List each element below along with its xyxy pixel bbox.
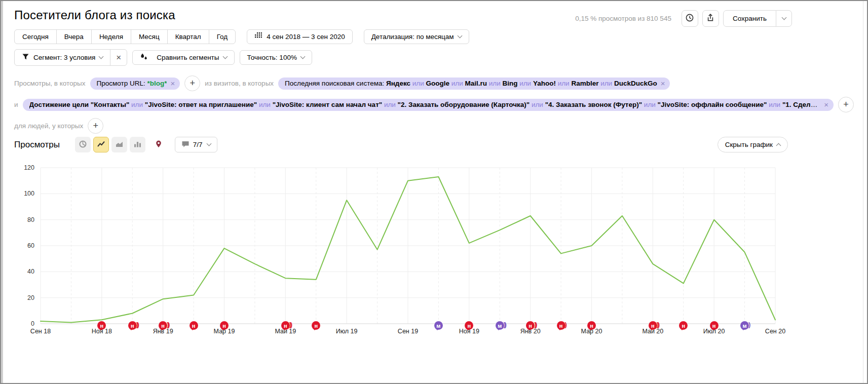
hide-chart-button[interactable]: Скрыть график [718, 137, 788, 152]
segment-bar: Сегмент: 3 условия × Сравнить сегменты Т… [14, 49, 312, 66]
hide-chart-label: Скрыть график [725, 141, 773, 148]
drops-icon [140, 53, 153, 62]
period-tab[interactable]: Квартал [167, 29, 209, 44]
segment-clear-button[interactable]: × [110, 49, 127, 66]
views-line-chart: 020406080100120 Сен 18Ноя 18Янв 19Мар 19… [1, 162, 868, 352]
save-dropdown-button[interactable] [776, 10, 792, 27]
add-condition-button[interactable]: + [838, 97, 854, 112]
holiday-marker[interactable]: н [710, 321, 719, 330]
chevron-down-icon [457, 33, 462, 39]
holiday-marker[interactable]: н [587, 321, 596, 330]
chart-header: Просмотры [14, 137, 217, 152]
period-tabs: СегодняВчераНеделяМесяцКварталГод [14, 29, 236, 44]
y-tick-label: 0 [10, 320, 34, 327]
comments-dropdown[interactable]: 7/7 [175, 137, 217, 152]
chevron-down-icon [222, 54, 228, 59]
marker-stack-arcs: )) [504, 321, 506, 328]
pie-chart-icon [79, 140, 87, 150]
marker-stack-arcs: )) [167, 321, 169, 328]
comment-marker[interactable]: м [434, 321, 443, 330]
metrica-report-page: Посетители блога из поиска 0,15 % просмо… [0, 0, 868, 384]
period-tab[interactable]: Неделя [91, 29, 131, 44]
filter-chip-goals[interactable]: Достижение цели "Контакты" или "JivoSite… [23, 99, 834, 111]
marker-stack-arcs: ) [565, 321, 566, 328]
marker-stack-arcs: )) [136, 321, 138, 328]
segment-control: Сегмент: 3 условия × [14, 49, 127, 66]
chip-close-icon[interactable]: × [824, 101, 828, 108]
y-tick-label: 60 [10, 242, 34, 249]
detalization-dropdown[interactable]: Детализация: по месяцам [364, 29, 469, 44]
history-button[interactable] [682, 10, 698, 27]
export-button[interactable] [702, 10, 719, 27]
chevron-down-icon [300, 54, 305, 59]
x-tick-label: Сен 19 [392, 328, 424, 335]
compare-segments-label: Сравнить сегменты [157, 54, 219, 61]
comment-marker[interactable]: м)) [496, 321, 504, 330]
chip-close-icon[interactable]: × [170, 80, 175, 87]
chart-plot-area[interactable] [1, 162, 868, 334]
holiday-marker[interactable]: н)) [281, 321, 290, 330]
holiday-marker[interactable]: н)) [128, 321, 137, 330]
date-range-label: 4 сен 2018 — 3 сен 2020 [267, 33, 345, 41]
comment-bubble-icon [181, 140, 190, 149]
calendar-grid-icon [254, 32, 267, 41]
add-condition-button[interactable]: + [88, 118, 103, 134]
period-tab[interactable]: Месяц [131, 29, 168, 44]
area-chart-icon [115, 140, 124, 150]
period-tab[interactable]: Вчера [56, 29, 92, 44]
chart-type-columns-button[interactable] [130, 137, 145, 152]
period-tab[interactable]: Год [209, 29, 236, 44]
y-tick-label: 120 [10, 164, 34, 171]
marker-stack-arcs: )) [657, 321, 659, 328]
page-title: Посетители блога из поиска [14, 8, 175, 22]
chevron-down-icon [99, 54, 104, 59]
period-toolbar: СегодняВчераНеделяМесяцКварталГод 4 сен … [14, 29, 469, 44]
holiday-marker[interactable]: н)) [649, 321, 657, 330]
funnel-icon [22, 53, 29, 62]
segment-dropdown[interactable]: Сегмент: 3 условия [14, 49, 110, 66]
filter-row-label: и [14, 101, 18, 108]
save-button[interactable]: Сохранить [723, 10, 776, 27]
chip-close-icon[interactable]: × [661, 80, 665, 87]
chart-type-pie-button[interactable] [75, 137, 91, 152]
date-range-button[interactable]: 4 сен 2018 — 3 сен 2020 [247, 29, 353, 44]
map-pin-icon [155, 140, 163, 150]
y-tick-label: 20 [10, 294, 34, 301]
chevron-up-icon [776, 143, 781, 148]
comment-marker[interactable]: м) [740, 321, 749, 330]
marker-stack-arcs: )) [534, 321, 536, 328]
holiday-marker[interactable]: н [220, 321, 229, 330]
line-chart-icon [97, 140, 105, 150]
marker-stack-arcs: )) [289, 321, 291, 328]
y-tick-label: 80 [10, 216, 34, 223]
accuracy-dropdown[interactable]: Точность: 100% [240, 50, 312, 65]
segment-label: Сегмент: 3 условия [33, 54, 95, 61]
filter-row-label: для людей, у которых [14, 122, 83, 130]
chart-type-line-button[interactable] [93, 137, 109, 152]
add-condition-button[interactable]: + [184, 75, 200, 91]
filter-chip-url[interactable]: Просмотр URL: *blog*× [90, 78, 180, 90]
save-split-button: Сохранить [723, 10, 792, 27]
x-tick-label: Сен 18 [24, 328, 57, 335]
clock-icon [685, 13, 694, 24]
chart-type-map-button[interactable] [151, 137, 167, 152]
holiday-marker[interactable]: н [190, 321, 198, 330]
y-tick-label: 100 [10, 190, 34, 197]
accuracy-label: Точность: 100% [247, 54, 297, 61]
x-tick-label: Сен 20 [759, 328, 791, 335]
bar-chart-icon [133, 140, 142, 150]
filter-chip-search-engine[interactable]: Последняя поисковая система: Яндекс или … [278, 78, 670, 90]
period-tab[interactable]: Сегодня [14, 29, 57, 44]
sample-stats: 0,15 % просмотров из 810 545 [575, 15, 671, 22]
filter-row-goals: и Достижение цели "Контакты" или "JivoSi… [14, 97, 854, 112]
x-tick-label: Июл 19 [330, 328, 363, 335]
compare-segments-dropdown[interactable]: Сравнить сегменты [132, 50, 234, 65]
chevron-down-icon [206, 141, 211, 146]
comments-count-label: 7/7 [193, 141, 203, 148]
filter-row-label: из визитов, в которых [205, 80, 274, 87]
holiday-marker[interactable]: н) [557, 321, 565, 330]
detalization-label: Детализация: по месяцам [371, 33, 454, 41]
filter-row-people: для людей, у которых + [14, 118, 854, 134]
chart-type-area-button[interactable] [111, 137, 127, 152]
header-actions: 0,15 % просмотров из 810 545 Сохранить [575, 10, 792, 27]
